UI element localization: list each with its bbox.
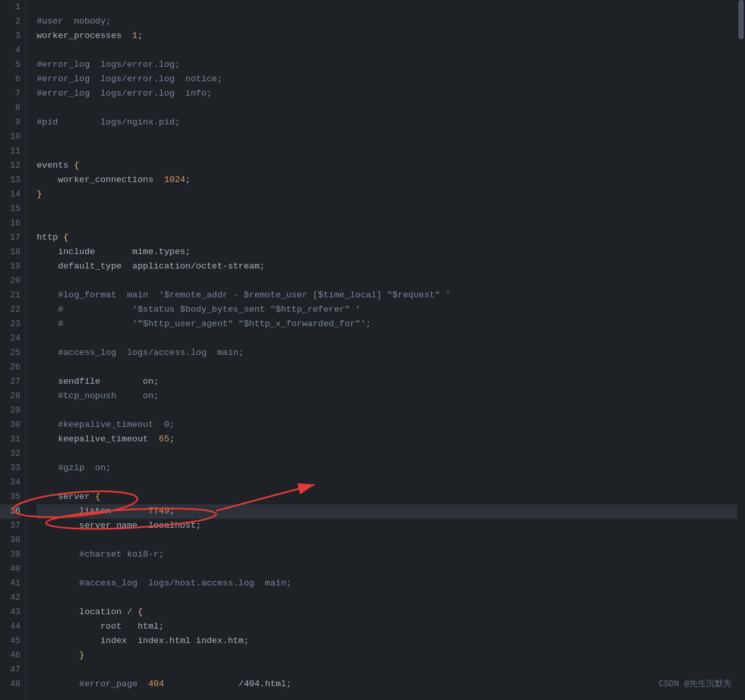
code-line-41: #access_log logs/host.access.log main; (37, 576, 745, 591)
code-line-6: #error_log logs/error.log notice; (37, 72, 745, 86)
code-line-39: #charset koi8-r; (37, 547, 745, 562)
code-line-36: listen 7749; (37, 504, 745, 519)
code-line-47 (37, 663, 745, 677)
code-line-18: include mime.types; (37, 245, 745, 259)
code-line-35: server { (37, 490, 745, 504)
line-numbers: 1 2 3 4 5 6 7 8 9 10 11 12 13 14 15 16 1… (0, 0, 26, 700)
code-line-9: #pid logs/nginx.pid; (37, 115, 745, 130)
code-line-23: # '"$http_user_agent" "$http_x_forwarded… (37, 317, 745, 331)
code-line-40 (37, 562, 745, 576)
scrollbar-thumb[interactable] (738, 0, 744, 39)
code-line-17: http { (37, 230, 745, 245)
code-line-46: } (37, 648, 745, 663)
code-line-32 (37, 447, 745, 461)
code-line-11 (37, 144, 745, 158)
scrollbar[interactable] (737, 0, 745, 700)
code-line-13: worker_connections 1024; (37, 173, 745, 187)
code-line-37: server_name localhost; (37, 519, 745, 533)
code-line-7: #error_log logs/error.log info; (37, 86, 745, 101)
code-line-16 (37, 216, 745, 230)
code-line-19: default_type application/octet-stream; (37, 259, 745, 274)
code-line-3: worker_processes 1; (37, 29, 745, 43)
code-line-15 (37, 202, 745, 216)
code-line-29 (37, 403, 745, 418)
code-line-12: events { (37, 158, 745, 173)
code-line-48: #error_page 404 /404.html; (37, 677, 745, 691)
code-line-2: #user nobody; (37, 14, 745, 29)
code-line-30: #keepalive_timeout 0; (37, 418, 745, 432)
code-line-5: #error_log logs/error.log; (37, 58, 745, 72)
code-line-43: location / { (37, 605, 745, 619)
code-line-22: # '$status $body_bytes_sent "$http_refer… (37, 303, 745, 317)
code-line-25: #access_log logs/access.log main; (37, 346, 745, 360)
editor-container: 1 2 3 4 5 6 7 8 9 10 11 12 13 14 15 16 1… (0, 0, 745, 700)
code-line-24 (37, 331, 745, 346)
watermark: CSDN @先生沉默先 (659, 678, 732, 690)
code-line-28: #tcp_nopush on; (37, 389, 745, 403)
code-line-31: keepalive_timeout 65; (37, 432, 745, 447)
code-line-44: root html; (37, 619, 745, 634)
code-line-45: index index.html index.htm; (37, 634, 745, 648)
code-line-42 (37, 591, 745, 605)
code-line-1 (37, 0, 745, 14)
code-line-20 (37, 274, 745, 288)
code-line-8 (37, 101, 745, 115)
code-line-38 (37, 533, 745, 547)
code-line-4 (37, 43, 745, 58)
code-area[interactable]: #user nobody; worker_processes 1; #error… (26, 0, 745, 700)
code-line-10 (37, 130, 745, 144)
code-line-34 (37, 475, 745, 490)
code-line-26 (37, 360, 745, 375)
code-line-33: #gzip on; (37, 461, 745, 475)
code-line-27: sendfile on; (37, 375, 745, 389)
code-line-21: #log_format main '$remote_addr - $remote… (37, 288, 745, 303)
code-line-14: } (37, 187, 745, 202)
